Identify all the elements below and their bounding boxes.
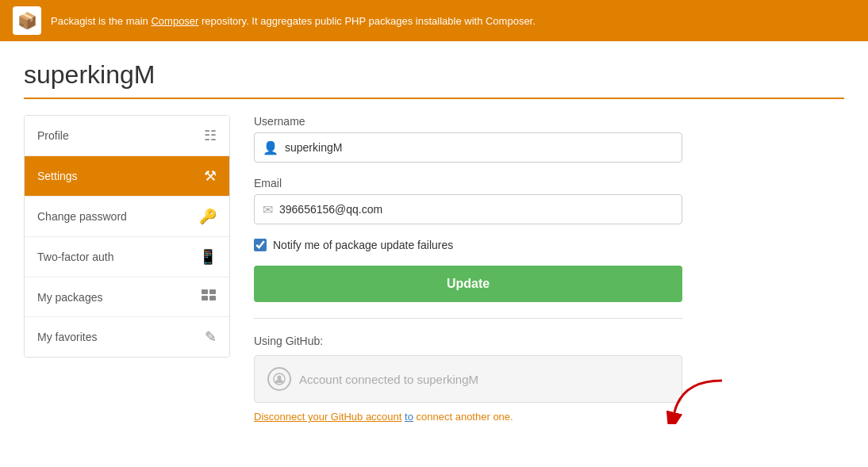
sidebar-item-settings[interactable]: Settings ⚒	[25, 156, 229, 197]
username-input[interactable]	[285, 133, 674, 162]
github-connected-text: Account connected to superkingM	[299, 373, 478, 386]
notify-checkbox-row: Notify me of package update failures	[254, 239, 844, 251]
connect-another-text: connect another one.	[417, 411, 513, 423]
email-input[interactable]	[279, 195, 674, 224]
notify-checkbox[interactable]	[254, 239, 267, 251]
username-label: Username	[254, 115, 844, 128]
svg-rect-2	[202, 296, 208, 300]
packages-icon	[201, 289, 217, 305]
disconnect-text: Disconnect your GitHub account to connec…	[254, 411, 844, 423]
github-circle-icon	[267, 367, 291, 391]
github-connected-container: Account connected to superkingM	[254, 355, 682, 403]
user-icon: 👤	[263, 140, 278, 155]
banner-text: Packagist is the main Composer repositor…	[51, 15, 536, 27]
content-area: Username 👤 Email ✉ Notify me of package …	[254, 115, 844, 467]
settings-icon: ⚒	[204, 167, 217, 185]
username-input-wrapper: 👤	[254, 132, 682, 163]
svg-point-5	[278, 376, 282, 380]
username-group: Username 👤	[254, 115, 844, 163]
section-divider	[254, 318, 682, 319]
top-banner: 📦 Packagist is the main Composer reposit…	[0, 0, 868, 41]
svg-rect-3	[209, 296, 216, 300]
sidebar-item-my-favorites[interactable]: My favorites ✎	[25, 317, 229, 357]
sidebar-item-my-packages[interactable]: My packages	[25, 278, 229, 317]
main-layout: Profile ☷ Settings ⚒ Change password 🔑 T…	[0, 99, 868, 467]
page-title: superkingM	[24, 60, 844, 90]
profile-icon: ☷	[204, 127, 217, 144]
banner-icon: 📦	[13, 6, 41, 35]
sidebar-item-two-factor-auth[interactable]: Two-factor auth 📱	[25, 237, 229, 278]
key-icon: 🔑	[199, 208, 217, 225]
github-section-label: Using GitHub:	[254, 335, 844, 347]
email-input-wrapper: ✉	[254, 194, 682, 224]
sidebar-item-profile[interactable]: Profile ☷	[25, 116, 229, 156]
sidebar-item-change-password[interactable]: Change password 🔑	[25, 197, 229, 237]
email-group: Email ✉	[254, 177, 844, 224]
favorites-icon: ✎	[205, 328, 217, 346]
mobile-icon: 📱	[199, 248, 217, 266]
svg-rect-1	[209, 289, 216, 294]
email-label: Email	[254, 177, 844, 189]
disconnect-link[interactable]: Disconnect your GitHub account	[254, 411, 401, 423]
page-header: superkingM	[0, 41, 868, 99]
update-button[interactable]: Update	[254, 266, 682, 302]
red-arrow	[666, 377, 730, 427]
github-connected-box: Account connected to superkingM	[254, 355, 682, 403]
connect-link[interactable]: to	[405, 411, 413, 423]
svg-rect-0	[202, 289, 208, 294]
sidebar: Profile ☷ Settings ⚒ Change password 🔑 T…	[24, 115, 230, 358]
notify-label: Notify me of package update failures	[273, 239, 453, 251]
email-icon: ✉	[263, 202, 273, 217]
composer-link[interactable]: Composer	[151, 15, 198, 27]
